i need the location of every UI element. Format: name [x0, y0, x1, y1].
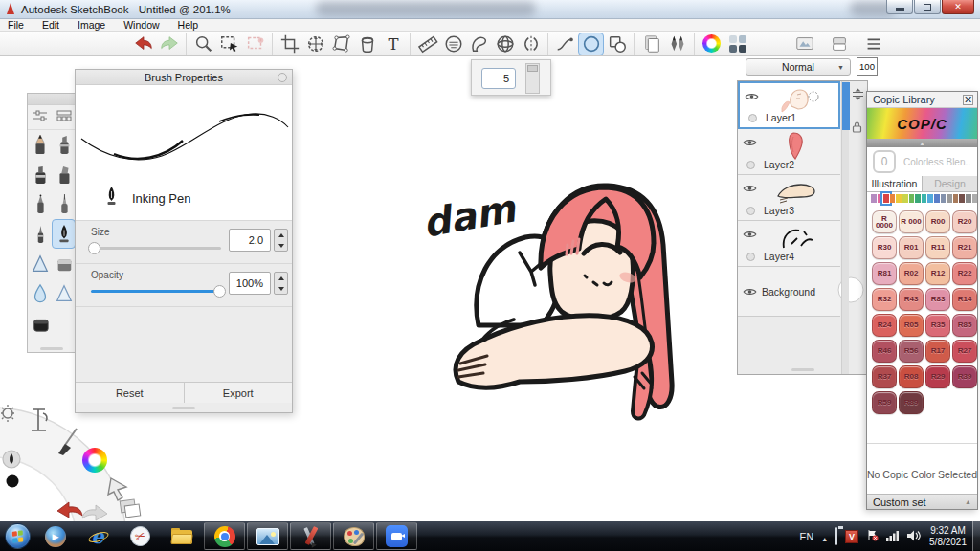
select-tool-icon[interactable] — [216, 33, 242, 55]
close-icon[interactable]: ✕ — [963, 95, 973, 105]
panel-grip[interactable] — [791, 368, 814, 371]
tray-network-signal-icon[interactable] — [886, 528, 900, 545]
taskbar-internet-explorer-icon[interactable]: e — [86, 524, 109, 549]
panel-grip[interactable] — [172, 407, 195, 409]
brush-marker[interactable] — [28, 160, 52, 189]
copic-swatch-R0000[interactable]: R 0000 — [872, 210, 897, 233]
copic-swatch-R35[interactable]: R35 — [925, 314, 950, 337]
copic-title-bar[interactable]: Copic Library ✕ — [867, 92, 977, 108]
tray-clipboard-icon[interactable] — [835, 528, 837, 545]
copic-swatch-R37[interactable]: R37 — [872, 365, 897, 388]
layer-row-background[interactable]: Background — [738, 267, 840, 317]
layer-visibility-icon[interactable] — [743, 180, 757, 197]
restore-button[interactable] — [914, 0, 941, 14]
colorless-blender-row[interactable]: 0 Colorless Blen.. — [867, 147, 977, 176]
magnifier-tool-icon[interactable] — [190, 33, 216, 55]
pencil-set-tool-icon[interactable] — [664, 33, 690, 55]
color-family-swatch[interactable] — [922, 194, 927, 203]
taskbar-sketchbook-icon[interactable] — [290, 522, 331, 550]
layer-row-layer4[interactable]: Layer4 — [738, 221, 840, 267]
color-family-swatch[interactable] — [927, 194, 933, 203]
brush-palette-header[interactable] — [28, 94, 76, 105]
brush-settings-icon[interactable] — [33, 109, 48, 126]
menu-image[interactable]: Image — [78, 19, 105, 31]
layer-visibility-icon[interactable] — [743, 283, 757, 300]
export-button[interactable]: Export — [184, 383, 293, 403]
color-family-swatch[interactable] — [883, 194, 889, 203]
language-indicator[interactable]: EN — [800, 531, 814, 542]
copic-swatch-R14[interactable]: R14 — [952, 288, 977, 311]
copic-swatch-R29[interactable]: R29 — [925, 365, 950, 388]
tray-action-center-flag-icon[interactable] — [866, 528, 879, 545]
title-bar[interactable]: Autodesk SketchBook - Untitled @ 201.1% … — [0, 0, 980, 19]
copic-swatch-R22[interactable]: R22 — [952, 262, 977, 285]
layer-visibility-icon[interactable] — [743, 134, 757, 151]
copic-swatch-R59[interactable]: R59 — [872, 391, 897, 414]
copic-swatch-R20[interactable]: R20 — [952, 210, 977, 233]
brush-flat-eraser[interactable] — [52, 249, 76, 278]
deselect-tool-icon[interactable] — [242, 33, 268, 55]
layer-radio[interactable] — [748, 114, 757, 122]
custom-set-bar[interactable]: Custom set▲ — [867, 494, 977, 509]
menu-icon[interactable] — [860, 33, 886, 55]
close-button[interactable]: ✕ — [942, 0, 974, 14]
distort-tool-icon[interactable] — [328, 33, 354, 55]
copic-swatch-R46[interactable]: R46 — [872, 340, 897, 363]
blender-swatch[interactable]: 0 — [873, 150, 896, 173]
copic-swatch-R11[interactable]: R11 — [925, 236, 950, 259]
brush-sets-icon[interactable] — [56, 109, 72, 126]
layer-editor-icon[interactable] — [826, 33, 852, 55]
color-family-swatch[interactable] — [972, 194, 978, 203]
layer-visibility-icon[interactable] — [745, 88, 759, 105]
layer-radio[interactable] — [746, 207, 755, 215]
taskbar-photo-viewer-icon[interactable] — [247, 522, 288, 550]
quick-size-value[interactable]: 5 — [481, 68, 516, 89]
color-family-swatch[interactable] — [871, 194, 877, 203]
color-family-swatch[interactable] — [953, 194, 959, 203]
french-curve-tool-icon[interactable] — [466, 33, 492, 55]
layers-scrollbar[interactable] — [841, 81, 849, 374]
copic-swatches-tool-icon[interactable] — [724, 33, 750, 55]
layer-opacity-field[interactable]: 100 — [857, 57, 878, 76]
layer-visibility-icon[interactable] — [743, 226, 757, 243]
copic-swatch-R000[interactable]: R 000 — [899, 210, 924, 233]
steady-stroke-tool-icon[interactable] — [552, 33, 578, 55]
color-family-swatch[interactable] — [896, 194, 902, 203]
brush-pencil[interactable] — [28, 130, 52, 160]
opacity-value-field[interactable]: 100% — [229, 272, 271, 295]
transform-tool-icon[interactable] — [302, 33, 328, 55]
shapes-tool-icon[interactable] — [604, 33, 630, 55]
minimize-button[interactable] — [886, 0, 913, 14]
layer-row-layer1[interactable]: Layer1 — [738, 81, 840, 129]
copic-swatch-R12[interactable]: R12 — [925, 262, 950, 285]
quick-size-slider[interactable] — [525, 63, 540, 94]
brush-library-tool-icon[interactable] — [638, 33, 664, 55]
copic-swatch-R17[interactable]: R17 — [925, 340, 950, 363]
copic-swatch-R83[interactable]: R83 — [925, 288, 950, 311]
brush-soft-triangle[interactable] — [52, 278, 76, 308]
tab-design[interactable]: Design — [923, 176, 977, 191]
text-tool-icon[interactable]: T — [380, 33, 406, 55]
size-slider[interactable] — [91, 247, 221, 250]
layer-row-layer3[interactable]: Layer3 — [738, 175, 840, 221]
color-family-swatch[interactable] — [909, 194, 915, 203]
taskbar-snipping-tool-icon[interactable]: ✂ — [128, 524, 151, 549]
pen-puck-icon[interactable] — [3, 451, 20, 468]
taskbar-start-button[interactable] — [0, 523, 34, 549]
ellipse-tool-icon[interactable] — [578, 33, 604, 55]
brush-water-drop[interactable] — [28, 278, 52, 308]
brush-inking-pen[interactable] — [52, 219, 76, 249]
show-desktop-button[interactable] — [972, 521, 980, 551]
copic-swatch-R08[interactable]: R08 — [899, 365, 924, 388]
ellipse-guide-tool-icon[interactable] — [440, 33, 466, 55]
layer-opacity-slider-icon[interactable] — [852, 87, 867, 104]
tray-volume-icon[interactable] — [907, 528, 922, 545]
brush-smudge[interactable] — [28, 249, 52, 278]
copic-swatch-R05[interactable]: R05 — [899, 314, 924, 337]
opacity-stepper[interactable] — [274, 272, 288, 295]
copic-swatch-R27[interactable]: R27 — [952, 340, 977, 363]
layer-radio[interactable] — [746, 253, 755, 261]
size-stepper[interactable] — [274, 229, 288, 252]
opacity-slider[interactable] — [91, 290, 221, 293]
copic-swatch-R32[interactable]: R32 — [872, 288, 897, 311]
